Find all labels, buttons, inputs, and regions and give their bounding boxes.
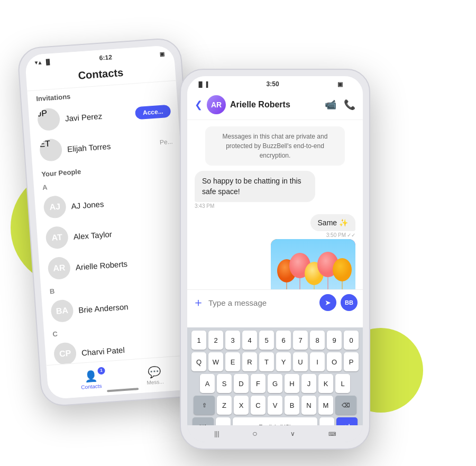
key-p[interactable]: P <box>344 352 359 371</box>
buzzbell-button[interactable]: BB <box>341 294 358 311</box>
contact-name-charvi: Charvi Patel <box>81 345 125 357</box>
message-input[interactable] <box>208 298 315 307</box>
message-received-1: So happy to be chatting in this safe spa… <box>195 171 355 209</box>
key-b[interactable]: B <box>285 396 299 415</box>
key-z[interactable]: Z <box>217 396 232 415</box>
key-n[interactable]: N <box>301 396 316 415</box>
keyboard-row-asdf: A S D F G H J K L <box>189 374 361 393</box>
contact-name-javi: Javi Perez <box>65 111 102 123</box>
key-d[interactable]: D <box>234 374 249 393</box>
add-attachment-button[interactable]: ＋ <box>193 295 204 310</box>
wifi-icon: ▾▲ <box>34 59 43 66</box>
key-9[interactable]: 9 <box>327 331 342 350</box>
key-m[interactable]: M <box>318 396 333 415</box>
key-0[interactable]: 0 <box>344 331 359 350</box>
key-j[interactable]: J <box>301 374 316 393</box>
keyboard-row-qwerty: Q W E R T Y U I O P <box>189 352 361 371</box>
time-display: 6:12 <box>99 53 112 62</box>
key-2[interactable]: 2 <box>208 331 223 350</box>
battery-icon: ▣ <box>160 51 165 57</box>
battery: ▣ <box>160 51 165 57</box>
message-time-received: 3:43 PM <box>195 203 355 209</box>
back-arrow[interactable]: ❮ <box>195 99 203 111</box>
key-k[interactable]: K <box>318 374 333 393</box>
key-t[interactable]: T <box>259 352 274 371</box>
avatar-elijah: ET <box>39 138 63 162</box>
contacts-nav-label: Contacts <box>81 382 102 390</box>
key-h[interactable]: H <box>285 374 299 393</box>
accept-button-javi[interactable]: Acce... <box>135 105 171 120</box>
key-v[interactable]: V <box>268 396 282 415</box>
keyboard-toggle[interactable]: ⌨ <box>328 431 336 437</box>
contacts-body: Invitations JP Javi Perez Acce... ET Eli… <box>27 81 196 382</box>
avatar-arielle: AR <box>47 257 71 280</box>
messages-nav-label: Mess... <box>147 378 164 385</box>
key-l[interactable]: L <box>335 374 350 393</box>
contacts-screen: ▾▲ ▐▌ 6:12 ▣ Contacts Invitations JP Jav… <box>25 45 198 399</box>
signal-icon: ▐▌ <box>44 59 52 65</box>
nav-messages[interactable]: 💬 Mess... <box>145 364 164 385</box>
key-y[interactable]: Y <box>276 352 291 371</box>
sent-text-row: Same ✨ <box>310 214 355 231</box>
messages-nav-icon: 💬 <box>148 365 162 379</box>
chat-screen: ▐▌▐ 3:50 ▣ ❮ AR Arielle Roberts 📹 📞 Mess… <box>187 76 363 442</box>
contact-name-brie: Brie Anderson <box>78 302 129 315</box>
key-f[interactable]: F <box>251 374 266 393</box>
key-o[interactable]: O <box>327 352 342 371</box>
avatar-brie: BA <box>50 299 74 323</box>
signal-front-icon: ▐▌▐ <box>197 81 208 87</box>
contacts-badge: 1 <box>97 367 105 374</box>
key-u[interactable]: U <box>293 352 308 371</box>
keyboard-row-zxcv: ⇧ Z X C V B N M ⌫ <box>189 396 361 415</box>
home-button[interactable]: ○ <box>252 429 258 438</box>
phone-front: ▐▌▐ 3:50 ▣ ❮ AR Arielle Roberts 📹 📞 Mess… <box>180 69 370 450</box>
chat-contact-avatar: AR <box>207 95 226 114</box>
battery-front-icon: ▣ <box>337 81 343 88</box>
keyboard-row-numbers: 1 2 3 4 5 6 7 8 9 0 <box>189 331 361 350</box>
balloon-image-container: 3:50 PM ✓✓ <box>271 239 355 289</box>
send-button[interactable]: ➤ <box>319 294 336 311</box>
recent-apps-button[interactable]: ||| <box>214 430 219 437</box>
encryption-notice: Messages in this chat are private and pr… <box>205 126 345 166</box>
chat-action-buttons: 📹 📞 <box>325 99 355 111</box>
key-backspace[interactable]: ⌫ <box>335 396 356 415</box>
key-e[interactable]: E <box>225 352 240 371</box>
balloon-image <box>271 239 355 289</box>
key-g[interactable]: G <box>268 374 282 393</box>
key-c[interactable]: C <box>251 396 266 415</box>
key-4[interactable]: 4 <box>242 331 257 350</box>
key-x[interactable]: X <box>234 396 249 415</box>
contact-name-alex: Alex Taylor <box>73 229 112 241</box>
key-1[interactable]: 1 <box>191 331 206 350</box>
key-r[interactable]: R <box>242 352 257 371</box>
time-display-front: 3:50 <box>267 80 279 88</box>
key-q[interactable]: Q <box>191 352 206 371</box>
avatar-aj: AJ <box>43 195 67 219</box>
key-3[interactable]: 3 <box>225 331 240 350</box>
phone-call-icon[interactable]: 📞 <box>344 99 355 111</box>
video-call-icon[interactable]: 📹 <box>325 99 336 111</box>
key-a[interactable]: A <box>200 374 215 393</box>
key-7[interactable]: 7 <box>293 331 308 350</box>
key-6[interactable]: 6 <box>276 331 291 350</box>
status-bar-front: ▐▌▐ 3:50 ▣ <box>187 76 363 90</box>
key-shift[interactable]: ⇧ <box>194 396 215 415</box>
message-input-bar: ＋ ➤ BB <box>187 289 363 315</box>
sent-message-time: 3:50 PM ✓✓ <box>326 232 355 238</box>
battery-front: ▣ <box>337 81 353 88</box>
message-sent-1: Same ✨ 3:50 PM ✓✓ <box>195 214 355 289</box>
status-icons-left: ▾▲ ▐▌ <box>34 59 52 66</box>
key-w[interactable]: W <box>208 352 223 371</box>
key-s[interactable]: S <box>217 374 232 393</box>
contact-name-aj: AJ Jones <box>71 199 104 210</box>
phone-back: ▾▲ ▐▌ 6:12 ▣ Contacts Invitations JP Jav… <box>17 37 206 407</box>
contact-name-arielle: Arielle Roberts <box>75 259 127 272</box>
pending-label: Pe... <box>160 138 173 147</box>
back-button[interactable]: ∨ <box>290 430 295 437</box>
nav-contacts[interactable]: 👤 Contacts 1 <box>80 369 102 390</box>
key-8[interactable]: 8 <box>310 331 325 350</box>
key-i[interactable]: I <box>310 352 325 371</box>
message-bubble-received: So happy to be chatting in this safe spa… <box>195 171 315 202</box>
key-5[interactable]: 5 <box>259 331 274 350</box>
avatar-javi: JP <box>37 107 61 131</box>
